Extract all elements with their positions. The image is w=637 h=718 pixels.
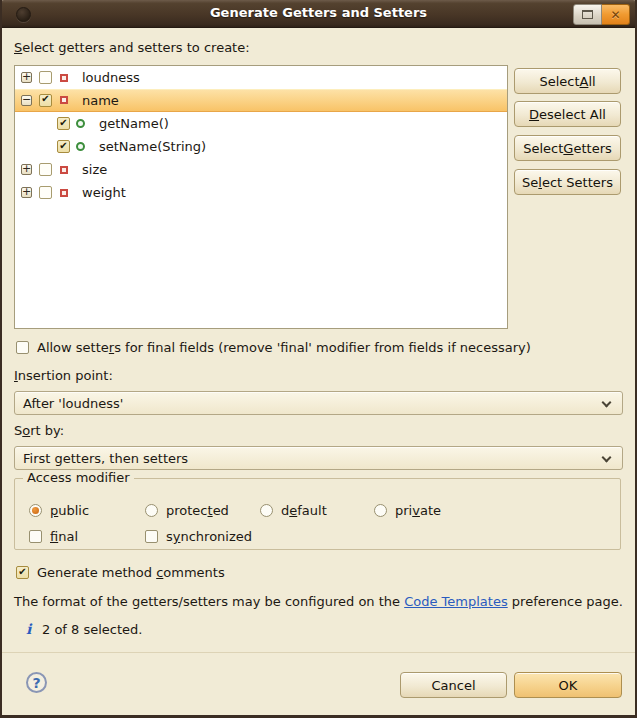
- expand-icon[interactable]: +: [21, 164, 32, 175]
- row-checkbox[interactable]: ✔: [57, 117, 70, 130]
- field-icon: [60, 96, 68, 104]
- field-icon: [60, 166, 68, 174]
- method-icon: [76, 142, 85, 151]
- radio-public[interactable]: public: [29, 503, 89, 518]
- format-note-suffix: preference page.: [508, 594, 623, 609]
- radio-icon: [374, 504, 387, 517]
- allow-setters-label: Allow setters for final fields (remove '…: [37, 340, 531, 355]
- cancel-button[interactable]: Cancel: [400, 672, 507, 698]
- insertion-point-value: After 'loudness': [23, 396, 123, 411]
- row-checkbox[interactable]: ✔: [39, 94, 52, 107]
- row-checkbox[interactable]: ✔: [57, 140, 70, 153]
- radio-private[interactable]: private: [374, 503, 441, 518]
- format-note-prefix: The format of the getters/setters may be…: [14, 594, 404, 609]
- maximize-icon: [582, 10, 593, 19]
- format-note: The format of the getters/setters may be…: [14, 594, 626, 609]
- access-modifier-legend: Access modifier: [23, 470, 134, 485]
- check-icon: ✔: [41, 94, 49, 104]
- chevron-down-icon: [602, 398, 612, 408]
- tree-row-size[interactable]: + size: [15, 158, 507, 181]
- radio-protected[interactable]: protected: [145, 503, 229, 518]
- insertion-point-label: Insertion point:: [14, 368, 113, 383]
- check-icon: ✔: [18, 567, 26, 577]
- chevron-down-icon: [602, 453, 612, 463]
- generate-comments-checkbox[interactable]: ✔ Generate method comments: [16, 565, 225, 580]
- help-icon: ?: [32, 676, 40, 690]
- footer-separator: [2, 652, 635, 653]
- row-checkbox[interactable]: [39, 186, 52, 199]
- access-modifier-group: Access modifier public protected default…: [14, 478, 621, 550]
- checkbox-icon: [29, 530, 42, 543]
- expand-icon[interactable]: +: [21, 187, 32, 198]
- getter-setter-tree[interactable]: + loudness − ✔ name ✔ getName() ✔ setNam…: [14, 65, 508, 329]
- tree-row-getname[interactable]: ✔ getName(): [15, 112, 507, 135]
- row-checkbox[interactable]: [39, 71, 52, 84]
- final-checkbox[interactable]: final: [29, 529, 78, 544]
- tree-row-label: name: [82, 93, 119, 108]
- sort-by-label: Sort by:: [14, 423, 64, 438]
- row-checkbox[interactable]: [39, 163, 52, 176]
- checkbox-icon: [16, 341, 29, 354]
- info-icon: i: [26, 621, 31, 637]
- check-icon: ✔: [59, 141, 67, 151]
- ok-button[interactable]: OK: [514, 672, 622, 698]
- select-setters-button[interactable]: Select Setters: [514, 169, 621, 195]
- tree-row-loudness[interactable]: + loudness: [15, 66, 507, 89]
- window-title: Generate Getters and Setters: [0, 5, 637, 20]
- expand-icon[interactable]: +: [21, 72, 32, 83]
- tree-row-label: size: [82, 162, 107, 177]
- titlebar: Generate Getters and Setters ✕: [0, 0, 637, 28]
- select-all-button[interactable]: Select All: [514, 68, 621, 94]
- synchronized-checkbox[interactable]: synchronized: [145, 529, 252, 544]
- field-icon: [60, 74, 68, 82]
- tree-row-label: weight: [82, 185, 126, 200]
- field-icon: [60, 189, 68, 197]
- tree-row-weight[interactable]: + weight: [15, 181, 507, 204]
- method-icon: [76, 119, 85, 128]
- checkbox-icon: [145, 530, 158, 543]
- collapse-icon[interactable]: −: [21, 95, 32, 106]
- tree-section-label: Select getters and setters to create:: [14, 40, 250, 55]
- generate-comments-label: Generate method comments: [37, 565, 225, 580]
- tree-row-label: loudness: [82, 70, 140, 85]
- select-getters-button[interactable]: Select Getters: [514, 135, 621, 161]
- maximize-button[interactable]: [573, 4, 602, 25]
- code-templates-link[interactable]: Code Templates: [404, 594, 508, 609]
- insertion-point-select[interactable]: After 'loudness': [14, 391, 623, 415]
- tree-row-label: getName(): [99, 116, 169, 131]
- tree-row-label: setName(String): [99, 139, 206, 154]
- radio-icon: [29, 504, 42, 517]
- deselect-all-button[interactable]: Deselect All: [514, 101, 621, 127]
- selection-status: 2 of 8 selected.: [42, 622, 142, 637]
- check-icon: ✔: [59, 118, 67, 128]
- radio-icon: [260, 504, 273, 517]
- sort-by-select[interactable]: First getters, then setters: [14, 446, 623, 470]
- close-button[interactable]: ✕: [602, 4, 630, 25]
- tree-row-name[interactable]: − ✔ name: [15, 89, 507, 112]
- help-button[interactable]: ?: [26, 672, 47, 693]
- radio-icon: [145, 504, 158, 517]
- close-icon: ✕: [610, 9, 620, 21]
- allow-setters-checkbox[interactable]: Allow setters for final fields (remove '…: [16, 340, 531, 355]
- checkbox-icon: ✔: [16, 566, 29, 579]
- radio-default[interactable]: default: [260, 503, 327, 518]
- tree-row-setname[interactable]: ✔ setName(String): [15, 135, 507, 158]
- window-controls: ✕: [573, 4, 630, 23]
- sort-by-value: First getters, then setters: [23, 451, 188, 466]
